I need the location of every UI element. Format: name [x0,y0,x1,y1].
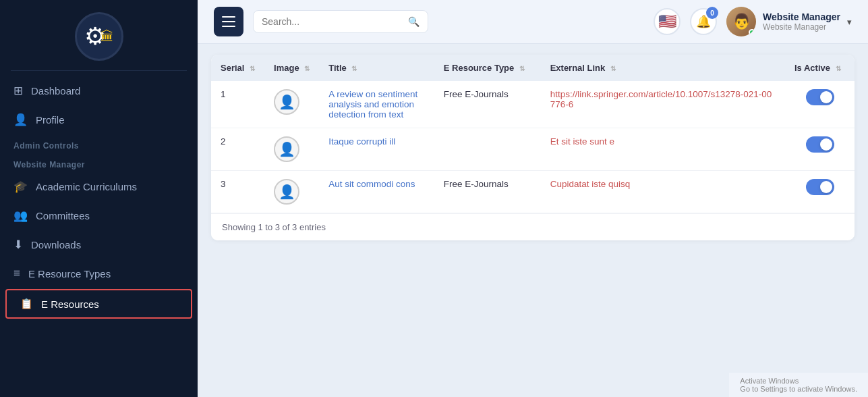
table-row: 3 👤 Aut sit commodi cons Free E-Journals… [211,171,855,213]
sidebar-item-committees[interactable]: 👥 Committees [0,201,198,230]
sidebar-item-label: Profile [36,114,65,126]
sidebar: ⚙ 🏛 ⊞ Dashboard 👤 Profile Admin Controls… [0,0,198,397]
language-flag-button[interactable]: 🇺🇸 [654,8,681,35]
sidebar-logo: ⚙ 🏛 [0,0,198,70]
toggle-thumb [820,91,832,103]
cell-image: 👤 [264,81,319,128]
row-avatar: 👤 [274,89,299,115]
toggle-track [806,179,834,195]
sort-arrow-link[interactable]: ⇅ [610,65,616,72]
website-manager-label: Website Manager [0,153,198,172]
admin-controls-label: Admin Controls [0,134,198,153]
cell-serial: 2 [211,128,264,171]
cell-external-link: https://link.springer.com/article/10.100… [541,81,785,128]
flag-icon: 🇺🇸 [658,13,676,30]
cell-is-active [785,171,855,213]
sidebar-item-label: Academic Curriculums [36,181,137,192]
cell-external-link: Et sit iste sunt e [541,128,785,171]
hamburger-line [222,26,235,27]
main-content: 🔍 🇺🇸 🔔 0 👨 Website Manager Website Manag… [198,0,868,397]
is-active-toggle[interactable] [806,89,834,105]
user-profile-area: 👨 Website Manager Website Manager ▾ [726,7,852,36]
sidebar-item-profile[interactable]: 👤 Profile [0,105,198,134]
toggle-track [806,136,834,153]
is-active-toggle[interactable] [806,179,834,195]
chevron-down-icon[interactable]: ▾ [847,17,852,27]
content-area: Serial ⇅ Image ⇅ Title ⇅ E Resource Ty [198,44,868,397]
search-box: 🔍 [253,10,428,33]
user-info: Website Manager Website Manager [763,11,840,32]
table-row: 2 👤 Itaque corrupti ill Et sit iste sunt… [211,128,855,171]
e-resources-icon: 📋 [20,298,33,310]
sidebar-item-label: E Resources [41,298,99,310]
column-title: Title ⇅ [319,55,434,81]
cell-title: Itaque corrupti ill [319,128,434,171]
column-e-resource-type: E Resource Type ⇅ [434,55,541,81]
sidebar-item-label: Dashboard [31,85,80,97]
search-input[interactable] [262,16,403,27]
notification-button[interactable]: 🔔 0 [690,8,717,35]
e-resources-table: Serial ⇅ Image ⇅ Title ⇅ E Resource Ty [211,55,855,213]
e-resource-types-icon: ≡ [13,267,20,280]
cell-image: 👤 [264,128,319,171]
user-name: Website Manager [763,11,840,22]
sidebar-item-e-resources[interactable]: 📋 E Resources [5,289,192,319]
table-header: Serial ⇅ Image ⇅ Title ⇅ E Resource Ty [211,55,855,81]
column-serial: Serial ⇅ [211,55,264,81]
column-image: Image ⇅ [264,55,319,81]
sort-arrow-image[interactable]: ⇅ [304,65,310,72]
row-avatar: 👤 [274,136,299,162]
row-avatar: 👤 [274,179,299,205]
cell-title: Aut sit commodi cons [319,171,434,213]
cell-is-active [785,128,855,171]
cell-e-resource-type [434,128,541,171]
sort-arrow-title[interactable]: ⇅ [351,65,357,72]
search-icon: 🔍 [408,16,419,27]
sort-arrow-serial[interactable]: ⇅ [250,65,255,72]
sidebar-item-label: Downloads [31,239,81,250]
logo-icon: ⚙ 🏛 [75,12,123,61]
sidebar-item-e-resources-wrapper: 📋 E Resources ▶ [0,289,198,319]
header-right: 🇺🇸 🔔 0 👨 Website Manager Website Manager… [654,7,852,36]
table-body: 1 👤 A review on sentiment analysis and e… [211,81,855,213]
cell-external-link: Cupidatat iste quisq [541,171,785,213]
profile-icon: 👤 [13,113,28,127]
sidebar-item-dashboard[interactable]: ⊞ Dashboard [0,76,198,105]
column-external-link: External Link ⇅ [541,55,785,81]
sidebar-divider [11,70,187,71]
dashboard-icon: ⊞ [13,84,23,98]
committees-icon: 👥 [13,209,28,223]
table-footer: Showing 1 to 3 of 3 entries [211,213,855,240]
sidebar-item-academic-curriculums[interactable]: 🎓 Academic Curriculums [0,172,198,201]
sidebar-item-label: E Resource Types [28,268,111,280]
cell-serial: 3 [211,171,264,213]
sort-arrow-type[interactable]: ⇅ [519,65,525,72]
downloads-icon: ⬇ [13,238,23,252]
sidebar-item-downloads[interactable]: ⬇ Downloads [0,230,198,259]
user-role: Website Manager [763,22,840,32]
avatar: 👨 [726,7,756,36]
toggle-track [806,89,834,105]
cell-is-active [785,81,855,128]
header: 🔍 🇺🇸 🔔 0 👨 Website Manager Website Manag… [198,0,868,44]
academic-icon: 🎓 [13,180,28,194]
table-row: 1 👤 A review on sentiment analysis and e… [211,81,855,128]
sidebar-item-label: Committees [36,210,90,221]
toggle-thumb [820,138,832,151]
is-active-toggle[interactable] [806,136,834,153]
cell-image: 👤 [264,171,319,213]
hamburger-button[interactable] [214,7,243,36]
cell-e-resource-type: Free E-Journals [434,81,541,128]
column-is-active: Is Active ⇅ [785,55,855,81]
toggle-thumb [820,181,832,193]
cell-serial: 1 [211,81,264,128]
cell-e-resource-type: Free E-Journals [434,171,541,213]
sidebar-navigation: ⊞ Dashboard 👤 Profile Admin Controls Web… [0,76,198,397]
table-container: Serial ⇅ Image ⇅ Title ⇅ E Resource Ty [211,55,855,240]
online-status-dot [749,29,755,36]
sidebar-item-e-resource-types[interactable]: ≡ E Resource Types [0,259,198,288]
hamburger-line [222,21,235,22]
hamburger-line [222,16,235,18]
notification-badge: 0 [706,7,718,19]
sort-arrow-active[interactable]: ⇅ [836,65,841,72]
